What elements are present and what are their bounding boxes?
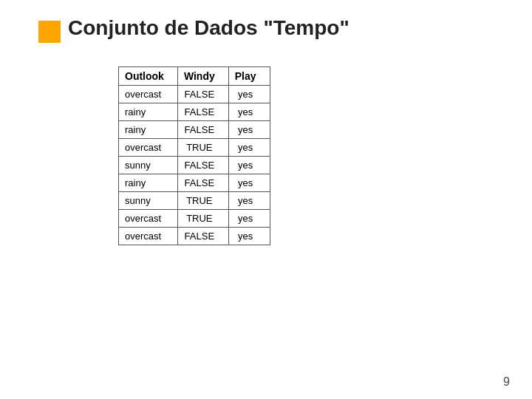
col-header-windy: Windy [177, 67, 228, 86]
cell-windy: FALSE [177, 174, 228, 192]
cell-outlook: sunny [119, 192, 178, 210]
page-number: 9 [503, 375, 510, 389]
data-table: Outlook Windy Play overcastFALSEyesrainy… [118, 66, 270, 245]
col-header-outlook: Outlook [119, 67, 178, 86]
table-container: Outlook Windy Play overcastFALSEyesrainy… [118, 66, 270, 245]
cell-windy: TRUE [177, 210, 228, 228]
table-row: rainyFALSEyes [119, 121, 270, 139]
cell-play: yes [228, 174, 270, 192]
col-header-play: Play [228, 67, 270, 86]
cell-play: yes [228, 139, 270, 157]
cell-windy: FALSE [177, 121, 228, 139]
cell-windy: FALSE [177, 103, 228, 121]
table-row: rainyFALSEyes [119, 103, 270, 121]
cell-outlook: rainy [119, 174, 178, 192]
cell-outlook: overcast [119, 86, 178, 103]
table-header-row: Outlook Windy Play [119, 67, 270, 86]
orange-square-decoration [38, 21, 61, 43]
cell-windy: FALSE [177, 86, 228, 103]
table-row: rainyFALSEyes [119, 174, 270, 192]
table-row: sunnyTRUEyes [119, 192, 270, 210]
table-row: overcastTRUEyes [119, 139, 270, 157]
cell-outlook: overcast [119, 210, 178, 228]
cell-outlook: overcast [119, 139, 178, 157]
cell-play: yes [228, 228, 270, 245]
table-row: overcastFALSEyes [119, 228, 270, 245]
table-row: overcastFALSEyes [119, 86, 270, 103]
cell-play: yes [228, 121, 270, 139]
cell-play: yes [228, 86, 270, 103]
slide-title: Conjunto de Dados "Tempo" [68, 16, 349, 40]
cell-play: yes [228, 192, 270, 210]
table-row: overcastTRUEyes [119, 210, 270, 228]
cell-windy: FALSE [177, 157, 228, 174]
cell-outlook: overcast [119, 228, 178, 245]
slide: Conjunto de Dados "Tempo" Outlook Windy … [0, 0, 532, 399]
cell-windy: TRUE [177, 139, 228, 157]
cell-outlook: rainy [119, 121, 178, 139]
cell-outlook: rainy [119, 103, 178, 121]
cell-play: yes [228, 157, 270, 174]
cell-play: yes [228, 210, 270, 228]
table-row: sunnyFALSEyes [119, 157, 270, 174]
cell-outlook: sunny [119, 157, 178, 174]
cell-play: yes [228, 103, 270, 121]
cell-windy: FALSE [177, 228, 228, 245]
cell-windy: TRUE [177, 192, 228, 210]
